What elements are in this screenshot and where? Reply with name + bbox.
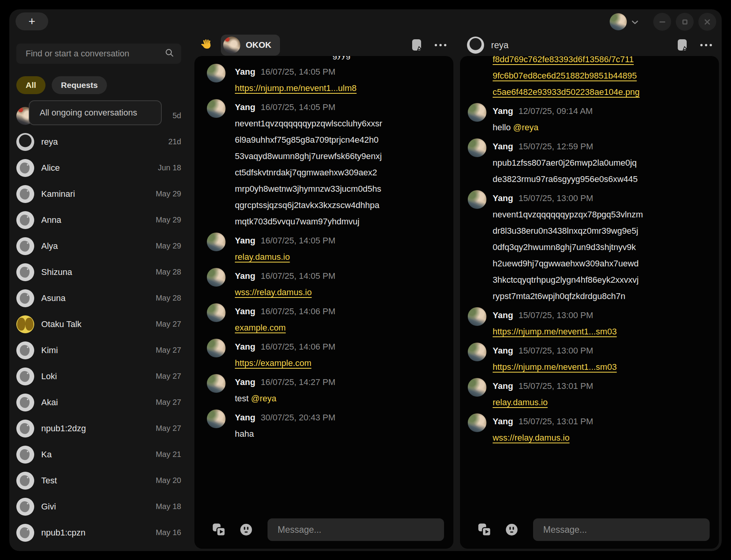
new-conversation-button[interactable]: +: [16, 12, 48, 30]
message-author: Yang: [493, 142, 513, 151]
message-link[interactable]: https://njump.me/nevent1...sm03: [493, 362, 617, 372]
message-avatar[interactable]: [207, 339, 226, 357]
conversation-date: May 28: [156, 294, 183, 303]
conversation-row-kimi[interactable]: KimiMay 27: [16, 337, 184, 363]
message: Yang15/07/25, 13:00 PMhttps://njump.me/n…: [468, 307, 712, 340]
mention-link[interactable]: @reya: [251, 394, 276, 403]
message: Yang15/07/25, 13:01 PMrelay.damus.io: [468, 378, 712, 411]
message-avatar[interactable]: [468, 413, 486, 432]
mention-link[interactable]: @reya: [513, 122, 539, 132]
chat-title: OKOK: [246, 40, 271, 50]
message-link[interactable]: https://example.com: [235, 358, 311, 368]
message-avatar[interactable]: [468, 103, 486, 122]
message-timestamp: 30/07/25, 20:43 PM: [261, 413, 336, 422]
chat-avatar[interactable]: [467, 37, 484, 54]
message: Yang16/07/25, 14:06 PMhttps://example.co…: [207, 339, 445, 371]
conversation-row-npub1-2dzg[interactable]: npub1:2dzgMay 27: [16, 415, 184, 441]
filter-requests[interactable]: Requests: [52, 76, 107, 94]
conversation-row-akai[interactable]: AkaiMay 27: [16, 389, 184, 415]
account-avatar[interactable]: [610, 13, 627, 30]
chevron-down-icon[interactable]: [631, 19, 638, 26]
conversation-row-ka[interactable]: KaMay 21: [16, 441, 184, 467]
message-link[interactable]: wss://relay.damus.io: [235, 287, 312, 297]
conversation-avatar: [16, 289, 34, 307]
conversation-row-test[interactable]: TestMay 20: [16, 467, 184, 494]
message-avatar[interactable]: [207, 99, 226, 118]
conversation-avatar: [16, 498, 34, 516]
waving-hand-icon: [200, 38, 213, 52]
conversation-name: Loki: [41, 371, 156, 382]
emoji-picker-icon[interactable]: [505, 523, 518, 536]
attach-media-icon[interactable]: [477, 522, 492, 537]
conversation-row-kaminari[interactable]: KaminariMay 29: [16, 181, 184, 207]
conversation-row-givi[interactable]: GiviMay 18: [16, 494, 184, 520]
message-author: Yang: [493, 346, 513, 355]
message-link[interactable]: f8dd769c762fe83393d6f13586/7c7119fc6b07e…: [493, 56, 640, 97]
emoji-picker-icon[interactable]: [240, 523, 253, 536]
message-avatar[interactable]: [468, 378, 486, 397]
message-avatar[interactable]: [468, 138, 486, 157]
maximize-button[interactable]: [676, 13, 694, 31]
message-avatar[interactable]: [207, 268, 226, 287]
conversation-row-reya[interactable]: reya21d: [16, 129, 184, 155]
conversation-avatar: [16, 263, 34, 281]
conversation-row-npub1-cpzn[interactable]: npub1:cpznMay 16: [16, 520, 184, 546]
conversation-row-alya[interactable]: AlyaMay 29: [16, 233, 184, 259]
more-options-button[interactable]: [435, 44, 446, 46]
message-link[interactable]: relay.damus.io: [493, 397, 547, 407]
note-compose-button[interactable]: [411, 38, 423, 52]
message-avatar[interactable]: [207, 410, 226, 428]
conversation-date: May 28: [156, 268, 183, 276]
message-timestamp: 15/07/25, 13:00 PM: [519, 193, 593, 203]
message: Yang15/07/25, 12:59 PMnpub1zfss807aer0j2…: [468, 138, 712, 187]
conversation-date: May 27: [156, 320, 183, 329]
message-avatar[interactable]: [207, 64, 226, 82]
minimize-button[interactable]: [653, 13, 671, 31]
conversation-name: reya: [41, 137, 168, 147]
filter-all[interactable]: All: [16, 76, 45, 94]
message-author: Yang: [235, 236, 255, 245]
conversation-avatar: [16, 420, 34, 438]
message-avatar[interactable]: [468, 343, 486, 361]
message-avatar[interactable]: [207, 303, 226, 322]
conversation-row-loki[interactable]: LokiMay 27: [16, 363, 184, 389]
message-avatar[interactable]: [468, 307, 486, 326]
close-icon: [704, 19, 710, 25]
conversation-row-asuna[interactable]: AsunaMay 28: [16, 285, 184, 311]
close-button[interactable]: [698, 13, 716, 31]
conversation-row-anna[interactable]: AnnaMay 29: [16, 207, 184, 233]
titlebar-controls: [610, 12, 716, 31]
conversation-name: Otaku Talk: [41, 319, 156, 329]
conversation-date: May 29: [156, 242, 183, 250]
conversation-avatar: [16, 341, 34, 359]
message-link[interactable]: example.com: [235, 323, 286, 332]
conversation-row-alice[interactable]: AliceJun 18: [16, 155, 184, 181]
message-timestamp: 16/07/25, 14:05 PM: [261, 67, 336, 77]
more-options-button[interactable]: [700, 44, 712, 46]
attach-media-icon[interactable]: [212, 522, 226, 537]
chat-title-chip[interactable]: OKOK: [221, 35, 280, 56]
message: Yang16/07/25, 14:05 PMrelay.damus.io: [207, 233, 445, 265]
message-link[interactable]: relay.damus.io: [235, 252, 290, 262]
tooltip-all-ongoing-conversations: All ongoing conversations: [29, 100, 162, 125]
message-link[interactable]: wss://relay.damus.io: [493, 433, 570, 443]
chat-panel-reya: f8dd769c762fe83393d6f13586/7c7119fc6b07e…: [460, 56, 719, 549]
message-link[interactable]: https://njump.me/nevent1...sm03: [493, 327, 617, 336]
message-avatar[interactable]: [207, 374, 226, 393]
conversation-name: Asuna: [41, 293, 156, 303]
note-compose-button[interactable]: [677, 38, 689, 52]
message-input[interactable]: [268, 518, 444, 541]
message-avatar[interactable]: [207, 233, 226, 251]
message-author: Yang: [493, 416, 513, 426]
conversation-avatar: [16, 315, 34, 333]
message-author: Yang: [235, 67, 255, 77]
message: Yang16/07/25, 14:05 PMhttps://njump.me/n…: [207, 64, 445, 96]
message-avatar[interactable]: [468, 190, 486, 209]
message-author: Yang: [235, 306, 255, 316]
conversation-row-otaku-talk[interactable]: Otaku TalkMay 27: [16, 311, 184, 337]
conversation-row-shizuna[interactable]: ShizunaMay 28: [16, 259, 184, 285]
search-input[interactable]: [25, 48, 165, 59]
message-input[interactable]: [533, 518, 710, 541]
conversation-name: Anna: [41, 215, 156, 225]
message-link[interactable]: https://njump.me/nevent1...ulm8: [235, 83, 357, 93]
